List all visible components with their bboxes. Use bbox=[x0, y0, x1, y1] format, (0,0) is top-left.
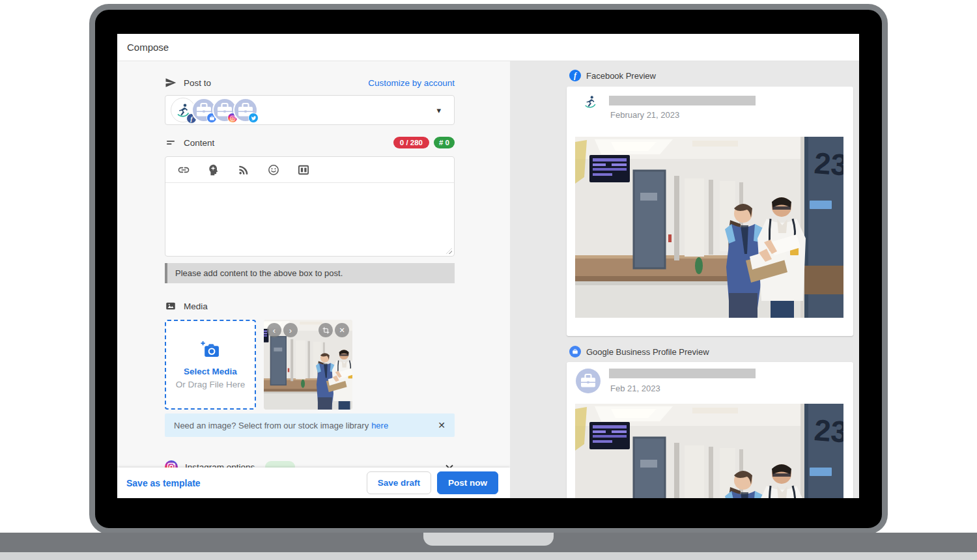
page-title: Compose bbox=[127, 42, 169, 53]
save-draft-button[interactable]: Save draft bbox=[367, 471, 431, 494]
rss-icon bbox=[237, 163, 250, 176]
compose-footer: Save as template Save draft Post now bbox=[117, 468, 510, 498]
editor-toolbar bbox=[165, 157, 454, 183]
content-editor bbox=[165, 156, 455, 257]
accounts-selector[interactable]: f bbox=[165, 95, 455, 125]
redacted-business-name bbox=[609, 369, 756, 378]
redacted-page-name bbox=[609, 96, 756, 105]
message-textarea[interactable] bbox=[165, 183, 454, 256]
laptop-base-edge bbox=[0, 552, 977, 560]
google-business-icon bbox=[569, 346, 581, 357]
customize-by-account-link[interactable]: Customize by account bbox=[368, 78, 455, 88]
google-post-date: Feb 21, 2023 bbox=[610, 384, 660, 393]
camera-plus-icon bbox=[200, 341, 221, 359]
facebook-post-image bbox=[575, 137, 843, 318]
google-business-preview-card: Feb 21, 2023 bbox=[567, 362, 853, 498]
stock-library-link[interactable]: here bbox=[371, 421, 388, 430]
laptop-screen-frame: Compose Post to Customize by account bbox=[89, 4, 888, 534]
page: Compose Post to Customize by account bbox=[0, 0, 977, 560]
emoji-icon bbox=[267, 163, 280, 176]
facebook-post-date: February 21, 2023 bbox=[610, 110, 679, 120]
send-icon bbox=[165, 77, 177, 89]
post-now-button[interactable]: Post now bbox=[437, 471, 498, 494]
google-business-preview-title: Google Business Profile Preview bbox=[586, 347, 709, 357]
facebook-preview-card: February 21, 2023 bbox=[567, 87, 853, 336]
thumbnail-crop-button[interactable] bbox=[319, 323, 333, 337]
banner-close-icon[interactable]: ✕ bbox=[438, 420, 446, 430]
media-row-header: Media bbox=[165, 299, 455, 313]
compose-panel: Post to Customize by account f bbox=[117, 61, 510, 498]
google-post-image bbox=[575, 404, 843, 498]
chevron-down-icon: ▾ bbox=[436, 105, 441, 115]
char-counter-badge: 0 / 280 bbox=[393, 137, 429, 148]
page-avatar-runner-icon bbox=[583, 94, 597, 109]
stock-banner-text: Need an image? Select from our stock ima… bbox=[174, 421, 369, 430]
content-label: Content bbox=[184, 138, 214, 148]
link-button[interactable] bbox=[177, 163, 190, 176]
layout-icon bbox=[297, 163, 310, 176]
select-media-label: Select Media bbox=[184, 367, 237, 376]
thumbnail-remove-button[interactable]: ✕ bbox=[335, 323, 349, 337]
laptop-notch bbox=[423, 533, 554, 546]
content-warning: Please add content to the above box to p… bbox=[165, 263, 455, 283]
post-to-row: Post to Customize by account bbox=[165, 76, 455, 90]
account-avatar-twitter[interactable] bbox=[233, 98, 258, 122]
ai-assistant-icon bbox=[207, 163, 220, 176]
thumbnail-next-button[interactable]: › bbox=[283, 323, 298, 337]
media-thumbnail: ‹ › ✕ bbox=[264, 320, 352, 410]
business-avatar bbox=[576, 369, 601, 393]
post-to-label: Post to bbox=[184, 78, 211, 88]
emoji-button[interactable] bbox=[267, 163, 280, 176]
select-media-dropzone[interactable]: Select Media Or Drag File Here bbox=[165, 320, 256, 410]
modal-header: Compose bbox=[117, 34, 859, 61]
save-as-template-link[interactable]: Save as template bbox=[126, 478, 201, 488]
thumbnail-prev-button[interactable]: ‹ bbox=[267, 323, 281, 337]
media-icon bbox=[165, 300, 177, 312]
facebook-preview-title: Facebook Preview bbox=[586, 71, 656, 81]
preview-panel: f Facebook Preview February 21, 2023 bbox=[510, 61, 859, 498]
content-row: Content 0 / 280 # 0 bbox=[165, 135, 455, 150]
briefcase-icon bbox=[576, 369, 601, 393]
layout-button[interactable] bbox=[297, 163, 310, 176]
hashtag-counter-badge: # 0 bbox=[434, 137, 455, 148]
media-label: Media bbox=[184, 301, 208, 311]
link-icon bbox=[177, 163, 190, 176]
google-business-preview-label: Google Business Profile Preview bbox=[569, 346, 709, 357]
drag-file-label: Or Drag File Here bbox=[176, 380, 246, 389]
crop-icon bbox=[322, 327, 330, 334]
rss-button[interactable] bbox=[237, 163, 250, 176]
facebook-preview-label: f Facebook Preview bbox=[569, 70, 656, 81]
content-icon bbox=[165, 137, 177, 148]
stock-image-banner: Need an image? Select from our stock ima… bbox=[165, 413, 455, 437]
facebook-icon: f bbox=[569, 70, 581, 81]
compose-modal: Compose Post to Customize by account bbox=[117, 34, 859, 498]
twitter-badge-icon bbox=[248, 113, 259, 123]
ai-assistant-button[interactable] bbox=[207, 163, 220, 176]
